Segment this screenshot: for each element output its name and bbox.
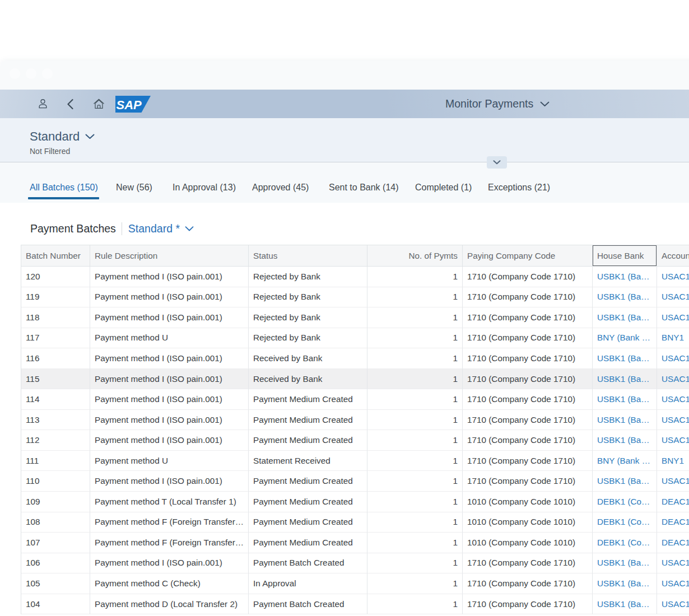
svg-text:SAP: SAP — [117, 97, 142, 111]
